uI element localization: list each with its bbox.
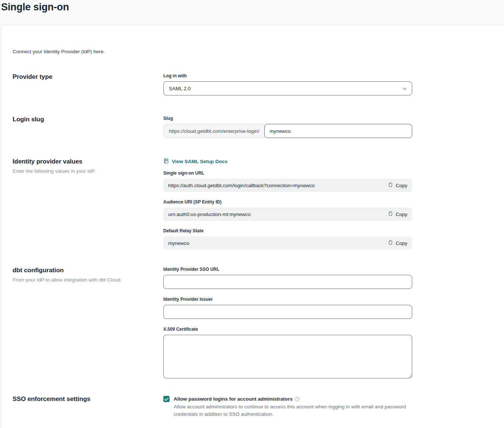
- audience-uri-copy-button[interactable]: Copy: [388, 211, 407, 218]
- x509-certificate-label: X.509 Certificate: [163, 327, 412, 332]
- copy-button-label: Copy: [395, 183, 407, 188]
- relay-state-label: Default Relay State: [163, 228, 412, 234]
- allow-password-logins-description: Allow account administrators to continue…: [174, 403, 407, 418]
- slug-input[interactable]: [264, 124, 412, 138]
- sso-enforcement-heading: SSO enforcement settings: [13, 395, 152, 403]
- allow-password-logins-label-row: Allow password logins for account admini…: [174, 395, 300, 402]
- idp-issuer-input[interactable]: [163, 305, 412, 319]
- copy-button-label: Copy: [395, 240, 407, 246]
- idp-values-subheading: Enter the following values in your IdP.: [13, 168, 152, 175]
- login-with-label: Log in with: [163, 73, 412, 79]
- help-icon[interactable]: ?: [295, 397, 300, 401]
- login-slug-row: Login slug Slug https://cloud.getdbt.com…: [13, 116, 504, 138]
- allow-password-logins-label: Allow password logins for account admini…: [174, 395, 293, 402]
- view-saml-docs-label: View SAML Setup Docs: [172, 159, 227, 164]
- document-icon: [163, 158, 169, 165]
- audience-uri-label: Audience URI (SP Entity ID): [163, 199, 412, 205]
- relay-state-copy-button[interactable]: Copy: [388, 240, 407, 246]
- sso-url-label: Single sign-on URL: [163, 171, 412, 176]
- audience-uri-value: urn:auth0:us-production-mt:mynewco: [168, 212, 251, 217]
- page-title: Single sign-on: [1, 1, 504, 13]
- idp-values-heading: Identity provider values: [13, 158, 152, 165]
- allow-password-logins-checkbox[interactable]: [163, 396, 170, 402]
- settings-card: Connect your Identity Provider (IdP) her…: [1, 25, 504, 428]
- relay-state-field: mynewco Copy: [163, 236, 412, 250]
- x509-certificate-textarea[interactable]: [163, 335, 412, 378]
- relay-state-value: mynewco: [168, 240, 189, 246]
- allow-password-logins-option: Allow password logins for account admini…: [163, 395, 412, 418]
- slug-label: Slug: [163, 116, 412, 121]
- login-slug-heading: Login slug: [13, 116, 152, 123]
- copy-icon: [388, 240, 393, 246]
- login-with-selected-value: SAML 2.0: [169, 86, 191, 91]
- dbt-config-subheading: From your IdP to allow integration with …: [13, 277, 152, 283]
- slug-url-prefix: https://cloud.getdbt.com/enterprise-logi…: [163, 124, 264, 138]
- page-header: Single sign-on: [0, 0, 504, 25]
- slug-input-group: https://cloud.getdbt.com/enterprise-logi…: [163, 124, 412, 138]
- provider-type-heading: Provider type: [13, 73, 152, 81]
- checkmark-icon: [164, 396, 168, 402]
- login-with-select[interactable]: SAML 2.0: [163, 81, 412, 95]
- sso-url-value: https://auth.cloud.getdbt.com/login/call…: [168, 183, 315, 188]
- dbt-config-heading: dbt configuration: [13, 267, 152, 274]
- copy-icon: [388, 211, 393, 218]
- copy-icon: [388, 182, 393, 189]
- provider-type-row: Provider type Log in with SAML 2.0: [13, 73, 504, 95]
- intro-text: Connect your Identity Provider (IdP) her…: [13, 49, 504, 54]
- idp-sso-url-label: Identity Provider SSO URL: [163, 267, 412, 272]
- copy-button-label: Copy: [395, 212, 407, 217]
- view-saml-docs-link[interactable]: View SAML Setup Docs: [163, 158, 227, 165]
- idp-sso-url-input[interactable]: [163, 275, 412, 289]
- idp-issuer-label: Identity Provider Issuer: [163, 297, 412, 302]
- sso-url-copy-button[interactable]: Copy: [388, 182, 407, 189]
- chevron-down-icon: [403, 86, 407, 91]
- idp-values-row: Identity provider values Enter the follo…: [13, 158, 504, 250]
- dbt-config-row: dbt configuration From your IdP to allow…: [13, 267, 504, 380]
- audience-uri-field: urn:auth0:us-production-mt:mynewco Copy: [163, 208, 412, 221]
- sso-url-field: https://auth.cloud.getdbt.com/login/call…: [163, 179, 412, 192]
- sso-enforcement-row: SSO enforcement settings Allow password …: [13, 395, 504, 418]
